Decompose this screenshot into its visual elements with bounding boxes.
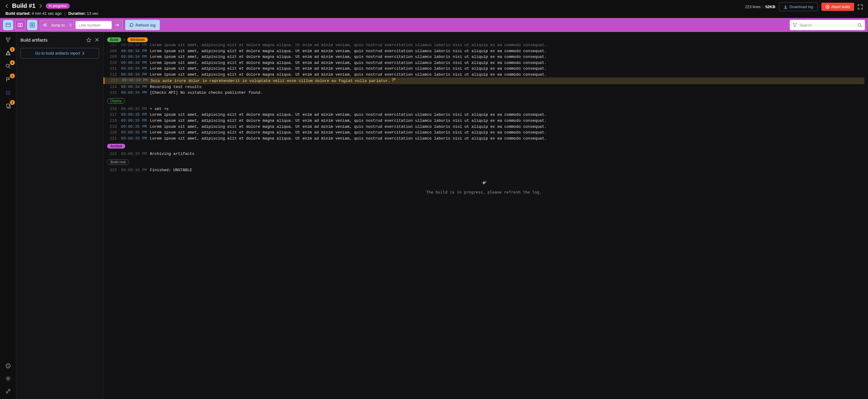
line-timestamp[interactable]: 09:06:34 PM	[121, 90, 147, 95]
log-line[interactable]: 21409:06:34 PMRecording test results	[103, 84, 864, 90]
log-line[interactable]: 21809:06:35 PMLorem ipsum sit amet, adip…	[103, 118, 864, 124]
log-line[interactable]: 21709:06:35 PMLorem ipsum sit amet, adip…	[103, 112, 864, 118]
line-text: Lorem ipsum sit amet, adipiscing elit et…	[150, 54, 864, 60]
line-timestamp[interactable]: 09:06:34 PM	[121, 72, 147, 78]
line-number: 216	[105, 106, 118, 112]
line-timestamp[interactable]: 09:06:34 PM	[121, 54, 147, 60]
line-timestamp[interactable]: 09:06:35 PM	[121, 136, 147, 141]
log-line[interactable]: 20709:06:34 PMLorem ipsum sit amet, adip…	[103, 42, 864, 48]
section-pill[interactable]: Deploy	[107, 98, 125, 104]
svg-point-21	[6, 92, 7, 93]
go-to-line-icon[interactable]	[115, 23, 120, 27]
line-timestamp[interactable]: 09:06:35 PM	[121, 124, 147, 130]
rail-link-icon[interactable]	[4, 388, 12, 395]
svg-point-20	[9, 91, 10, 92]
log-line[interactable]: 22309:06:36 PMFinished: UNSTABLE	[103, 167, 864, 173]
log-line[interactable]: 21309:06:34 PMDuis aute irure dolor in r…	[103, 78, 864, 84]
line-timestamp[interactable]: 09:06:34 PM	[121, 60, 147, 66]
log-line[interactable]: 21009:06:34 PMLorem ipsum sit amet, adip…	[103, 60, 864, 66]
line-text: Finished: UNSTABLE	[150, 168, 864, 173]
view-mode-2-button[interactable]	[15, 20, 25, 30]
log-line[interactable]: 22109:06:35 PMLorem ipsum sit amet, adip…	[103, 136, 864, 142]
flag-icon[interactable]	[392, 79, 396, 83]
log-line[interactable]: 21209:06:34 PMLorem ipsum sit amet, adip…	[103, 72, 864, 78]
sparkle-icon	[103, 180, 864, 188]
fullscreen-icon[interactable]	[858, 4, 863, 9]
abort-build-button[interactable]: Abort build	[822, 3, 854, 11]
log-line[interactable]: 22009:06:35 PMLorem ipsum sit amet, adip…	[103, 130, 864, 136]
line-text: Lorem ipsum sit amet, adipiscing elit et…	[150, 42, 864, 48]
view-mode-1-button[interactable]	[3, 20, 13, 30]
star-icon[interactable]	[86, 38, 91, 42]
line-timestamp[interactable]: 09:06:34 PM	[121, 42, 147, 48]
jump-next-icon[interactable]	[68, 23, 72, 27]
line-timestamp[interactable]: 09:06:34 PM	[121, 84, 147, 90]
chevron-right-icon	[123, 38, 125, 41]
log-section-crumbs: Build root	[107, 160, 864, 165]
log-line[interactable]: 20809:06:34 PMLorem ipsum sit amet, adip…	[103, 48, 864, 54]
line-number: 222	[105, 151, 118, 157]
rail-copy-icon[interactable]: 3	[4, 103, 12, 110]
goto-artifacts-button[interactable]: Go to build artifacts report	[21, 48, 99, 58]
svg-rect-27	[7, 104, 9, 107]
line-timestamp[interactable]: 09:06:35 PM	[121, 130, 147, 135]
section-pill[interactable]: Build root	[107, 160, 129, 165]
close-icon[interactable]	[95, 38, 99, 42]
search-icon[interactable]	[858, 23, 862, 27]
svg-rect-3	[21, 23, 22, 27]
svg-point-19	[7, 91, 8, 92]
line-number: 208	[105, 49, 118, 54]
rail-flags-icon[interactable]: 1	[4, 76, 12, 83]
rail-grid-icon[interactable]	[4, 89, 12, 96]
line-number-input[interactable]	[75, 21, 112, 29]
line-timestamp[interactable]: 09:06:34 PM	[121, 66, 147, 72]
rail-search-results-icon[interactable]: 4	[4, 63, 12, 70]
line-number: 210	[105, 60, 118, 66]
svg-rect-10	[6, 38, 7, 39]
log-area[interactable]: BuildWindows20709:06:34 PMLorem ipsum si…	[103, 32, 868, 399]
jump-prev-icon[interactable]	[43, 23, 48, 27]
rail-warnings-icon[interactable]: 1	[4, 50, 12, 57]
refresh-icon	[129, 23, 134, 27]
next-build-arrow[interactable]	[39, 4, 42, 8]
log-section-crumbs: BuildWindows	[107, 37, 864, 42]
line-timestamp: 09:06:36 PM	[121, 168, 147, 173]
line-timestamp[interactable]: 09:06:35 PM	[121, 112, 147, 117]
log-line[interactable]: 22209:06:35 PMArchiving artifacts	[103, 151, 864, 157]
view-mode-3-button[interactable]	[27, 20, 37, 30]
rail-tree-icon[interactable]	[4, 36, 12, 44]
line-timestamp[interactable]: 09:06:34 PM	[122, 78, 148, 83]
section-pill[interactable]: Build	[107, 37, 121, 42]
section-pill[interactable]: Windows	[127, 37, 148, 42]
line-text: Lorem ipsum sit amet, adipiscing elit et…	[150, 60, 864, 66]
line-timestamp[interactable]: 09:06:34 PM	[121, 49, 147, 54]
log-line[interactable]: 21109:06:34 PMLorem ipsum sit amet, adip…	[103, 66, 864, 72]
rail-settings-icon[interactable]	[4, 375, 12, 382]
panel-title: Build artifacts	[21, 37, 48, 42]
line-text: Lorem ipsum sit amet, adipiscing elit et…	[150, 118, 864, 123]
svg-line-16	[9, 67, 10, 68]
line-timestamp[interactable]: 09:06:35 PM	[121, 118, 147, 123]
footer-message: The build is in progress, please refresh…	[103, 190, 864, 194]
line-text: Lorem ipsum sit amet, adipiscing elit et…	[150, 49, 864, 54]
log-line[interactable]: 21909:06:35 PMLorem ipsum sit amet, adip…	[103, 124, 864, 130]
download-log-button[interactable]: Download log	[779, 2, 818, 11]
filter-icon[interactable]	[793, 23, 797, 27]
log-line[interactable]: 21609:06:35 PM+ set +x	[103, 106, 864, 112]
svg-point-24	[6, 94, 7, 95]
rail-info-icon[interactable]	[4, 362, 12, 369]
log-footer: The build is in progress, please refresh…	[103, 180, 864, 194]
log-line[interactable]: 20909:06:34 PMLorem ipsum sit amet, adip…	[103, 54, 864, 60]
log-line[interactable]: 21509:06:34 PM[Checks API] No suitable c…	[103, 90, 864, 96]
prev-build-arrow[interactable]	[5, 4, 8, 8]
section-pill[interactable]: Archive	[107, 144, 125, 148]
search-input[interactable]	[799, 23, 855, 27]
line-number: 207	[105, 42, 118, 48]
svg-point-8	[858, 23, 861, 26]
svg-rect-12	[7, 41, 9, 42]
line-text: + set +x	[150, 106, 864, 112]
line-number: 221	[105, 136, 118, 141]
line-text: [Checks API] No suitable checks publishe…	[150, 90, 864, 95]
refresh-log-button[interactable]: Refresh log	[125, 20, 159, 30]
svg-point-15	[6, 64, 9, 67]
